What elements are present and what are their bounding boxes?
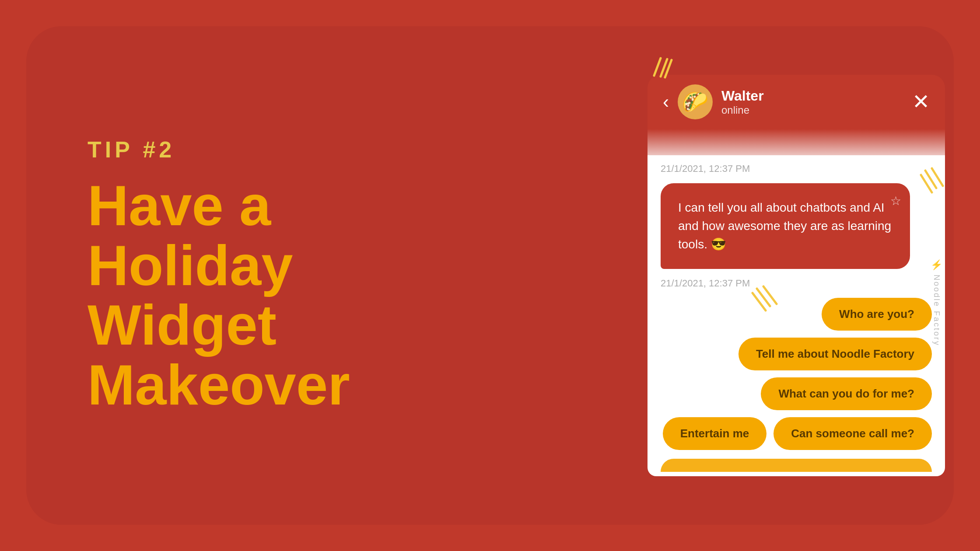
chat-top-fade	[648, 129, 945, 155]
bot-message-text: I can tell you all about chatbots and AI…	[678, 201, 891, 251]
quick-reply-partial[interactable]	[661, 459, 932, 472]
quick-reply-tell-me-about[interactable]: Tell me about Noodle Factory	[738, 338, 932, 370]
agent-status: online	[721, 104, 764, 116]
title-line1: Have a	[88, 174, 271, 237]
sparkle-center-icon	[748, 280, 788, 317]
back-button[interactable]: ‹	[663, 93, 669, 111]
svg-line-2	[654, 58, 661, 76]
quick-reply-call-me[interactable]: Can someone call me?	[774, 417, 932, 450]
sparkle-right-icon	[919, 166, 954, 212]
header-left: ‹ 🌮 Walter online	[663, 84, 764, 119]
quick-replies-row: Entertain me Can someone call me?	[663, 417, 932, 450]
svg-line-8	[752, 293, 766, 310]
side-label: ⚡ Noodle Factory	[931, 259, 942, 346]
tip-label: TIP #2	[88, 136, 372, 163]
left-panel: TIP #2 Have a Holiday Widget Makeover	[88, 136, 372, 415]
chat-body: 21/1/2021, 12:37 PM I can tell you all a…	[648, 129, 945, 476]
agent-avatar: 🌮	[678, 84, 713, 119]
star-icon[interactable]: ☆	[890, 192, 901, 210]
lightning-icon: ⚡	[931, 259, 942, 272]
quick-reply-what-can-you-do[interactable]: What can you do for me?	[761, 377, 932, 410]
bot-message-bubble: I can tell you all about chatbots and AI…	[661, 183, 910, 269]
timestamp-2: 21/1/2021, 12:37 PM	[648, 273, 945, 293]
widget-header: ‹ 🌮 Walter online ✕	[648, 75, 945, 129]
main-background: TIP #2 Have a Holiday Widget Makeover	[0, 0, 980, 551]
agent-info: Walter online	[721, 88, 764, 116]
quick-replies-container: Who are you? Tell me about Noodle Factor…	[648, 293, 945, 476]
agent-name: Walter	[721, 88, 764, 104]
timestamp-1: 21/1/2021, 12:37 PM	[648, 155, 945, 179]
main-title: Have a Holiday Widget Makeover	[88, 176, 372, 415]
chat-widget: ‹ 🌮 Walter online ✕ 21/1/2021, 12:37 PM …	[648, 75, 945, 476]
sparkle-top-icon	[639, 46, 674, 83]
title-line3: Makeover	[88, 353, 350, 417]
quick-reply-who-are-you[interactable]: Who are you?	[822, 298, 932, 331]
close-button[interactable]: ✕	[912, 91, 930, 112]
quick-reply-entertain-me[interactable]: Entertain me	[663, 417, 767, 450]
title-line2: Holiday Widget	[88, 234, 293, 357]
